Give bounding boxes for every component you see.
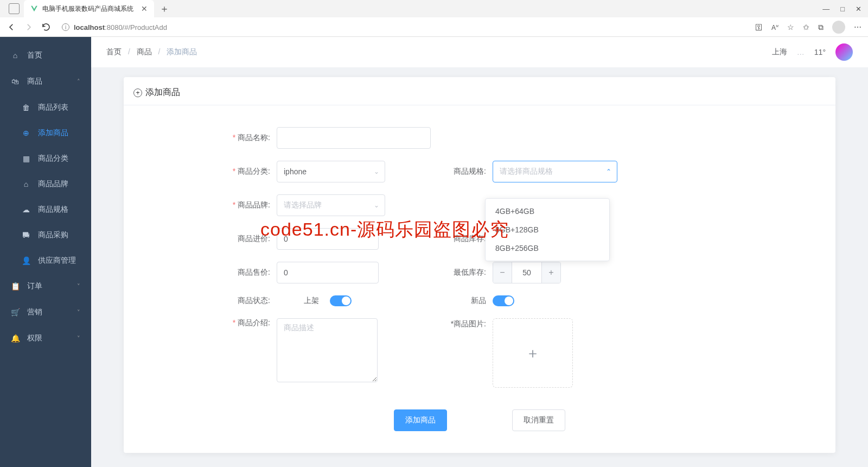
label-price: 商品售价: [145,268,277,277]
select-placeholder: 请选择商品规格 [500,167,553,176]
sidebar-label: 权限 [27,333,42,343]
avatar[interactable] [835,43,853,61]
sidebar-label: 订单 [27,281,42,291]
sidebar-item-order[interactable]: 📋订单˅ [0,273,91,299]
footer-copyright: Copyright © 2020 - 2022 电脑手机服装数码产品商城系统公司 [91,463,868,467]
bag-icon: 🛍 [11,77,20,86]
image-upload[interactable]: ＋ [493,318,573,388]
brand-select[interactable]: 请选择品牌⌄ [277,194,385,216]
sidebar-label: 首页 [27,51,42,60]
sidebar-label: 商品规格 [38,205,68,214]
truck-icon: ⛟ [22,231,30,239]
info-icon: i [62,23,69,31]
sidebar-label: 商品列表 [38,103,68,112]
key-icon[interactable]: ⚿ [755,23,763,31]
sidebar-label: 商品 [27,77,42,86]
intro-textarea[interactable] [277,318,378,382]
new-tab-button[interactable]: ＋ [159,2,169,15]
vue-favicon-icon [30,5,38,12]
label-brand: *商品品牌: [145,200,277,210]
dropdown-option[interactable]: 4GB+64GB [486,202,609,220]
sidebar-item-brand[interactable]: ⌂商品品牌 [0,171,91,197]
label-category: *商品分类: [145,167,277,176]
topbar: 首页 / 商品 / 添加商品 上海 … 11° [91,37,868,67]
spec-select[interactable]: 请选择商品规格⌃ [493,161,617,182]
crumb-sep: / [158,47,161,56]
sidebar-item-home[interactable]: ⌂首页 [0,42,91,68]
label-cost: 商品进价: [145,234,277,244]
reload-icon[interactable] [41,22,51,32]
chevron-up-icon: ˄ [77,78,80,85]
minstock-stepper[interactable]: −+ [493,262,561,283]
home-icon: ⌂ [11,51,20,60]
sidebar: ⌂首页 🛍商品˄ 🗑商品列表 ⊕添加商品 ▦商品分类 ⌂商品品牌 ☁商品规格 ⛟… [0,37,91,467]
cloud-icon: ☁ [22,205,30,214]
favorites-bar-icon[interactable]: ✩ [803,23,809,31]
window-maximize-button[interactable]: □ [840,5,845,13]
sidebar-label: 营销 [27,307,42,317]
sidebar-item-purchase[interactable]: ⛟商品采购 [0,222,91,248]
url-path: :8080/#/ProductAdd [105,23,167,31]
cart-icon: 🛒 [11,308,20,317]
profile-icon[interactable] [832,21,845,34]
chevron-down-icon: ⌄ [374,168,379,175]
sidebar-item-add-product[interactable]: ⊕添加商品 [0,120,91,146]
tab-shell-icon[interactable] [9,3,20,14]
sidebar-item-category[interactable]: ▦商品分类 [0,146,91,171]
sidebar-item-goods[interactable]: 🛍商品˄ [0,68,91,94]
crumb-category[interactable]: 商品 [137,47,152,56]
crumb-home[interactable]: 首页 [106,47,122,56]
more-icon[interactable]: ⋯ [854,23,861,31]
grid-icon: ▦ [22,154,30,163]
label-name: *商品名称: [145,133,277,143]
label-intro: *商品介绍: [145,318,277,328]
chevron-down-icon: ˅ [77,309,80,316]
weather-dots: … [797,48,805,56]
cost-input[interactable] [277,228,379,250]
select-placeholder: 请选择品牌 [284,200,322,210]
minstock-input[interactable] [512,262,542,283]
close-tab-icon[interactable]: ✕ [141,4,148,13]
doc-icon: 📋 [11,282,20,291]
new-switch[interactable] [493,295,514,306]
weather-widget: 上海 … 11° [772,43,853,61]
label-stock: 商品库存: [438,234,493,244]
sidebar-item-marketing[interactable]: 🛒营销˅ [0,299,91,325]
url-host: localhost [74,23,105,31]
product-form: *商品名称: *商品分类: iphone⌄ 商品规格: 请选择商品规格⌃ *商品… [124,105,835,437]
dropdown-option[interactable]: 8GB+128GB [486,220,609,239]
category-select[interactable]: iphone⌄ [277,161,385,182]
url-box[interactable]: i localhost:8080/#/ProductAdd [62,23,167,31]
sidebar-label: 供应商管理 [38,256,76,266]
price-input[interactable] [277,262,379,283]
submit-button[interactable]: 添加商品 [394,409,447,431]
chevron-down-icon: ˅ [77,283,80,290]
tab-title: 电脑手机服装数码产品商城系统 [42,4,133,14]
label-spec: 商品规格: [438,167,493,176]
plus-button[interactable]: + [542,262,560,283]
reset-button[interactable]: 取消重置 [512,409,565,431]
text-size-icon[interactable]: Aא [771,23,778,31]
main-content: 首页 / 商品 / 添加商品 上海 … 11° + 添加商品 *商品名称: [91,37,868,467]
sidebar-item-spec[interactable]: ☁商品规格 [0,197,91,222]
sidebar-item-supplier[interactable]: 👤供应商管理 [0,248,91,273]
sidebar-item-product-list[interactable]: 🗑商品列表 [0,94,91,120]
sidebar-item-permission[interactable]: 🔔权限˅ [0,325,91,351]
back-icon[interactable] [7,22,16,32]
status-on-text: 上架 [304,296,319,306]
status-switch[interactable] [330,295,352,306]
weather-temp: 11° [814,48,826,56]
minus-button[interactable]: − [493,262,512,283]
product-name-input[interactable] [277,127,431,149]
dropdown-option[interactable]: 8GB+256GB [486,239,609,257]
label-new: 新品 [438,296,493,306]
label-minstock: 最低库存: [438,268,493,277]
forward-icon[interactable] [24,22,34,32]
window-close-button[interactable]: ✕ [856,5,861,13]
favorite-icon[interactable]: ☆ [787,23,794,31]
collections-icon[interactable]: ⧉ [818,23,824,32]
user-icon: 👤 [22,256,30,265]
plus-circle-icon: ⊕ [22,129,30,137]
browser-tab[interactable]: 电脑手机服装数码产品商城系统 ✕ [24,0,154,17]
window-minimize-button[interactable]: — [822,5,829,13]
